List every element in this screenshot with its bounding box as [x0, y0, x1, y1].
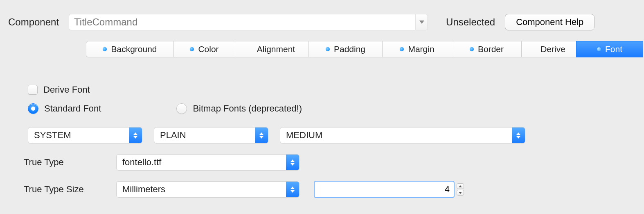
- indicator-icon: [190, 47, 194, 51]
- indicator-icon: [470, 47, 474, 51]
- tab-label: Derive: [540, 44, 565, 54]
- spinner-up-icon[interactable]: [457, 183, 464, 189]
- truetype-size-spinner[interactable]: [314, 181, 466, 198]
- bitmap-font-label: Bitmap Fonts (deprecated!): [193, 103, 302, 114]
- truetype-size-input[interactable]: [314, 181, 454, 198]
- truetype-file-select[interactable]: fontello.ttf: [116, 154, 299, 171]
- indicator-icon: [597, 47, 601, 51]
- font-size-select[interactable]: MEDIUM: [280, 127, 525, 143]
- bitmap-font-radio[interactable]: [176, 103, 187, 114]
- standard-font-selects: SYSTEM PLAIN MEDIUM: [14, 116, 636, 143]
- select-value: PLAIN: [154, 127, 255, 143]
- indicator-blank: [249, 47, 253, 51]
- header-row: Component Unselected Component Help: [0, 0, 644, 30]
- component-label: Component: [8, 16, 59, 28]
- truetype-size-unit-select[interactable]: Millimeters: [116, 181, 299, 198]
- bitmap-font-group: Bitmap Fonts (deprecated!): [176, 103, 302, 114]
- select-stepper-icon[interactable]: [255, 127, 268, 143]
- component-input[interactable]: [69, 14, 415, 30]
- spinner-down-icon[interactable]: [457, 190, 464, 196]
- standard-font-label: Standard Font: [44, 103, 101, 114]
- derive-font-row: Derive Font: [14, 82, 636, 98]
- spinner-buttons[interactable]: [457, 181, 466, 198]
- font-style-select[interactable]: PLAIN: [154, 127, 268, 143]
- tab-label: Color: [198, 44, 218, 54]
- select-stepper-icon[interactable]: [286, 182, 299, 197]
- truetype-row: True Type fontello.ttf: [14, 143, 636, 171]
- select-stepper-icon[interactable]: [512, 127, 525, 143]
- select-value: MEDIUM: [280, 127, 512, 143]
- indicator-blank: [532, 47, 536, 51]
- derive-font-label: Derive Font: [43, 84, 90, 95]
- select-stepper-icon[interactable]: [129, 127, 142, 143]
- indicator-icon: [103, 47, 107, 51]
- component-dropdown-button[interactable]: [415, 14, 428, 30]
- tab-background[interactable]: Background: [86, 41, 173, 57]
- derive-font-checkbox[interactable]: [28, 85, 38, 95]
- component-combobox[interactable]: [69, 14, 428, 30]
- select-value: fontello.ttf: [117, 155, 286, 170]
- chevron-down-icon: [419, 20, 424, 24]
- font-mode-radio-row: Standard Font Bitmap Fonts (deprecated!): [14, 98, 636, 116]
- select-value: SYSTEM: [28, 127, 129, 143]
- tab-label: Font: [605, 44, 622, 54]
- font-panel: Derive Font Standard Font Bitmap Fonts (…: [14, 57, 636, 198]
- tab-label: Alignment: [257, 44, 295, 54]
- tab-alignment[interactable]: Alignment: [235, 41, 308, 57]
- tab-label: Padding: [334, 44, 365, 54]
- tab-padding[interactable]: Padding: [308, 41, 382, 57]
- tab-border[interactable]: Border: [452, 41, 521, 57]
- select-stepper-icon[interactable]: [286, 155, 299, 170]
- tab-label: Margin: [408, 44, 434, 54]
- font-family-select[interactable]: SYSTEM: [28, 127, 142, 143]
- truetype-label: True Type: [24, 157, 101, 168]
- tab-color[interactable]: Color: [173, 41, 235, 57]
- component-help-button[interactable]: Component Help: [505, 14, 594, 30]
- tab-font[interactable]: Font: [576, 41, 643, 57]
- truetype-size-label: True Type Size: [24, 184, 101, 195]
- select-value: Millimeters: [117, 182, 286, 197]
- truetype-size-row: True Type Size Millimeters: [14, 171, 636, 198]
- tab-margin[interactable]: Margin: [382, 41, 452, 57]
- tab-label: Border: [478, 44, 504, 54]
- standard-font-radio[interactable]: [28, 103, 38, 114]
- tab-label: Background: [111, 44, 157, 54]
- tab-derive[interactable]: Derive: [521, 41, 576, 57]
- indicator-icon: [326, 47, 330, 51]
- tab-bar: Background Color Alignment Padding Margi…: [86, 41, 644, 57]
- indicator-icon: [400, 47, 404, 51]
- state-label: Unselected: [446, 16, 495, 28]
